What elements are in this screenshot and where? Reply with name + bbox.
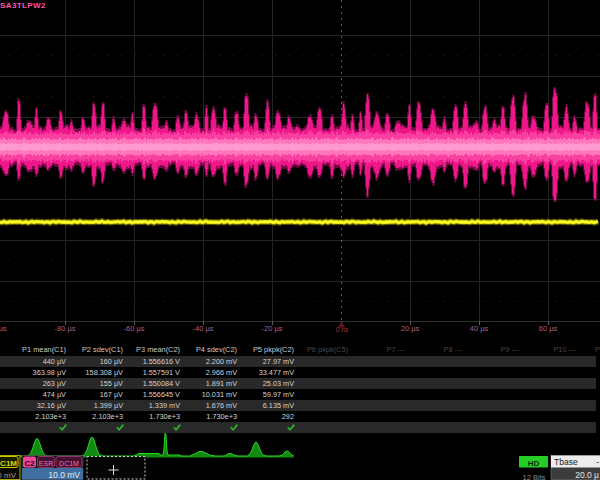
svg-text:155 µV: 155 µV (100, 379, 123, 388)
svg-text:1.730e+3: 1.730e+3 (206, 412, 237, 421)
svg-text:C2: C2 (24, 459, 35, 468)
svg-text:2.103e+3: 2.103e+3 (92, 412, 123, 421)
svg-text:167 µV: 167 µV (100, 390, 123, 399)
svg-text:474 µV: 474 µV (43, 390, 66, 399)
svg-text:25.03 mV: 25.03 mV (263, 379, 294, 388)
svg-text:20.0 µ: 20.0 µ (575, 470, 599, 480)
svg-text:10.0 mV: 10.0 mV (48, 470, 80, 480)
svg-text:-100 µs: -100 µs (0, 324, 7, 333)
svg-text:363.98 µV: 363.98 µV (33, 368, 67, 377)
svg-text:-: - (596, 457, 599, 467)
svg-text:1.556616 V: 1.556616 V (143, 357, 180, 366)
svg-text:P9 ---: P9 --- (501, 345, 520, 354)
svg-text:1.730e+3: 1.730e+3 (149, 412, 180, 421)
svg-text:59.97 mV: 59.97 mV (263, 390, 294, 399)
svg-text:DC1M: DC1M (59, 460, 79, 467)
svg-text:292: 292 (282, 412, 294, 421)
svg-text:-80 µs: -80 µs (55, 324, 76, 333)
svg-text:HD: HD (528, 459, 540, 468)
svg-text:2.966 mV: 2.966 mV (206, 368, 237, 377)
svg-text:P6 pkpk(C5): P6 pkpk(C5) (307, 345, 348, 354)
svg-text:1.676 mV: 1.676 mV (206, 401, 237, 410)
svg-text:P10 ---: P10 --- (553, 345, 576, 354)
svg-text:40 µs: 40 µs (470, 324, 489, 333)
svg-text:2.200 mV: 2.200 mV (206, 357, 237, 366)
svg-text:P2 sdev(C1): P2 sdev(C1) (82, 345, 123, 354)
svg-text:158.308 µV: 158.308 µV (86, 368, 124, 377)
svg-text:SA3TLPW2: SA3TLPW2 (0, 1, 46, 10)
svg-text:P4 sdev(C2): P4 sdev(C2) (196, 345, 237, 354)
svg-text:ESR: ESR (39, 460, 53, 467)
svg-text:2.103e+3: 2.103e+3 (35, 412, 66, 421)
svg-text:60 µs: 60 µs (539, 324, 558, 333)
svg-text:P7 ---: P7 --- (387, 345, 406, 354)
svg-text:1.891 mV: 1.891 mV (206, 379, 237, 388)
svg-text:32.16 µV: 32.16 µV (37, 401, 66, 410)
svg-text:1.339 mV: 1.339 mV (149, 401, 180, 410)
svg-text:1.550084 V: 1.550084 V (143, 379, 180, 388)
svg-text:1.399 µV: 1.399 µV (94, 401, 123, 410)
svg-text:12 Bits: 12 Bits (523, 473, 546, 480)
svg-text:-20 µs: -20 µs (262, 324, 283, 333)
svg-text:P1 mean(C1): P1 mean(C1) (22, 345, 66, 354)
svg-text:440 µV: 440 µV (43, 357, 66, 366)
svg-text:P3 mean(C2): P3 mean(C2) (136, 345, 180, 354)
svg-text:27.97 mV: 27.97 mV (263, 357, 294, 366)
svg-text:20 µs: 20 µs (401, 324, 420, 333)
svg-text:6.135 mV: 6.135 mV (263, 401, 294, 410)
svg-text:0 mV: 0 mV (0, 471, 17, 480)
svg-text:10.031 mV: 10.031 mV (202, 390, 237, 399)
svg-text:263 µV: 263 µV (43, 379, 66, 388)
svg-text:Tbase: Tbase (554, 457, 578, 467)
svg-text:P8 ---: P8 --- (444, 345, 463, 354)
svg-text:160 µV: 160 µV (100, 357, 123, 366)
svg-text:P5 pkpk(C2): P5 pkpk(C2) (253, 345, 294, 354)
svg-text:-60 µs: -60 µs (124, 324, 145, 333)
svg-text:33.477 mV: 33.477 mV (259, 368, 294, 377)
svg-text:C1M: C1M (0, 459, 17, 468)
svg-text:1.556645 V: 1.556645 V (143, 390, 180, 399)
svg-text:1.557591 V: 1.557591 V (143, 368, 180, 377)
svg-text:P1: P1 (595, 345, 600, 354)
svg-text:-40 µs: -40 µs (193, 324, 214, 333)
